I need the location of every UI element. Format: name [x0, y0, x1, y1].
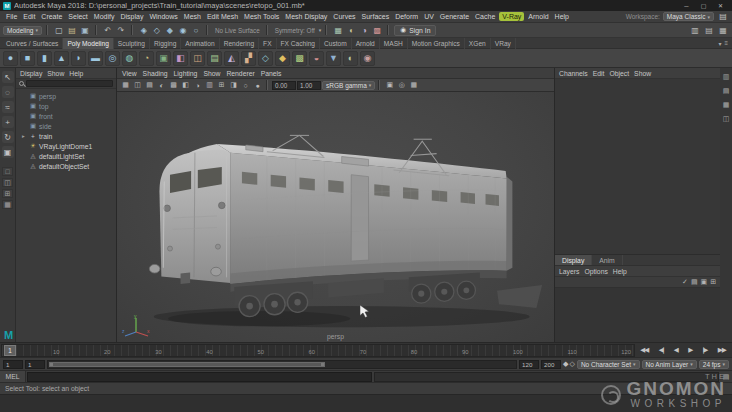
tool-icon[interactable]: ↻	[2, 131, 14, 143]
menu-item[interactable]: V-Ray	[499, 12, 524, 21]
viewport-tool-icon[interactable]: ◐	[156, 80, 167, 91]
outliner-item[interactable]: ☀ VRayLightDome1	[16, 141, 116, 151]
outliner-item[interactable]: ◬ defaultObjectSet	[16, 161, 116, 171]
viewport-tool-icon[interactable]: ◫	[132, 80, 143, 91]
menu-item[interactable]: Curves	[330, 11, 358, 22]
shelf-tool-icon[interactable]: ◐	[343, 51, 358, 66]
gamma-field[interactable]: 1.00	[297, 81, 321, 90]
menu-item[interactable]: Mesh Tools	[241, 11, 282, 22]
viewport-tool-icon[interactable]: ▩	[168, 80, 179, 91]
snap-icon[interactable]: ◇	[151, 24, 163, 36]
viewport-tool-icon[interactable]: ◧	[180, 80, 191, 91]
playback-start-field[interactable]: 1	[25, 360, 45, 369]
exposure-field[interactable]: 0.00	[272, 81, 296, 90]
shelf-tool-icon[interactable]: ◍	[122, 51, 137, 66]
playback-button[interactable]: ▶▶	[718, 346, 726, 354]
shelf-tab[interactable]: MASH	[380, 38, 408, 49]
undo-redo-icon[interactable]: ↷	[115, 24, 127, 36]
character-set-select[interactable]: No Character Set ▾	[577, 360, 640, 369]
menu-item[interactable]: Windows	[146, 11, 180, 22]
shelf-tool-icon[interactable]: ◔	[139, 51, 154, 66]
viewport-tool-icon[interactable]: ◑	[192, 80, 203, 91]
viewport-tool-icon[interactable]: ○	[240, 80, 251, 91]
playback-end-field[interactable]: 120	[519, 360, 539, 369]
menu-set-select[interactable]: Modeling ▾	[3, 26, 42, 35]
train-model[interactable]	[123, 94, 545, 336]
panel-toggle-icon[interactable]: ◫	[723, 115, 730, 123]
menu-item[interactable]: Modify	[91, 11, 118, 22]
shelf-tool-icon[interactable]: ◆	[275, 51, 290, 66]
menu-item[interactable]: Mesh	[181, 11, 204, 22]
file-tool-icon[interactable]: ▣	[79, 24, 91, 36]
outliner-menu-item[interactable]: Display	[20, 70, 42, 77]
shelf-tab[interactable]: Sculpting	[114, 38, 150, 49]
anim-start-field[interactable]: 1	[3, 360, 23, 369]
tool-icon[interactable]: ↖	[2, 71, 14, 83]
tool-icon[interactable]: ◌	[2, 86, 14, 98]
command-input[interactable]	[27, 372, 372, 382]
shelf-tool-icon[interactable]: ◒	[309, 51, 324, 66]
shelf-tab[interactable]: FX Caching	[277, 38, 320, 49]
snap-icon[interactable]: ◆	[164, 24, 176, 36]
render-tool-icon[interactable]: ▩	[371, 24, 383, 36]
file-tool-icon[interactable]: ▤	[66, 24, 78, 36]
shelf-tab[interactable]: FX	[259, 38, 276, 49]
script-editor-icon[interactable]: ▤	[720, 373, 732, 381]
shelf-tool-icon[interactable]: ◇	[258, 51, 273, 66]
sidebar-toggle-icon[interactable]: ▦	[717, 24, 729, 36]
channel-box-menu-item[interactable]: Channels	[559, 70, 588, 77]
shelf-tool-icon[interactable]: ◗	[71, 51, 86, 66]
shelf-tab[interactable]: Motion Graphics	[408, 38, 465, 49]
outliner-item[interactable]: ▣ persp	[16, 91, 116, 101]
playback-button[interactable]: ◀	[674, 346, 678, 354]
outliner-item[interactable]: ▸ + train	[16, 131, 116, 141]
playback-button[interactable]: ◀|	[659, 346, 664, 354]
shelf-tab[interactable]: Arnold	[352, 38, 380, 49]
outliner-item[interactable]: ▣ front	[16, 111, 116, 121]
layer-tab[interactable]: Anim	[592, 255, 623, 265]
menu-item[interactable]: Select	[65, 11, 90, 22]
close-button[interactable]: ✕	[712, 0, 729, 11]
sign-in-button[interactable]: ◉ Sign In	[394, 25, 436, 36]
viewport-tool-icon[interactable]: ▦	[408, 80, 419, 91]
shelf-tab[interactable]: Rigging	[150, 38, 181, 49]
menu-item[interactable]: Edit Mesh	[204, 11, 241, 22]
viewport-tool-icon[interactable]: ▣	[384, 80, 395, 91]
workspace-gear-icon[interactable]: ▤	[717, 11, 729, 23]
snap-icon[interactable]: ◈	[138, 24, 150, 36]
menu-item[interactable]: Help	[552, 11, 572, 22]
undo-redo-icon[interactable]: ↶	[102, 24, 114, 36]
shelf-tool-icon[interactable]: ●	[3, 51, 18, 66]
viewport-menu-item[interactable]: Shading	[143, 70, 168, 77]
menu-item[interactable]: Deform	[392, 11, 421, 22]
shelf-tool-icon[interactable]: ◭	[224, 51, 239, 66]
shelf-tab[interactable]: Animation	[181, 38, 219, 49]
sidebar-toggle-icon[interactable]: ▥	[689, 24, 701, 36]
colorspace-select[interactable]: sRGB gamma ▾	[322, 81, 375, 90]
workspace-select[interactable]: Maya Classic ▾	[663, 12, 714, 21]
layout-button[interactable]: ◫	[2, 178, 13, 187]
layout-button[interactable]: ▦	[2, 200, 13, 209]
outliner-item[interactable]: ▣ top	[16, 101, 116, 111]
panel-toggle-icon[interactable]: ▤	[723, 87, 730, 95]
menu-item[interactable]: Surfaces	[359, 11, 393, 22]
panel-toggle-icon[interactable]: ▦	[723, 101, 730, 109]
viewport-menu-item[interactable]: Panels	[261, 70, 282, 77]
outliner-item[interactable]: ◬ defaultLightSet	[16, 151, 116, 161]
outliner-menu-item[interactable]: Help	[69, 70, 83, 77]
viewport-tool-icon[interactable]: ◎	[396, 80, 407, 91]
layer-menu-item[interactable]: Layers	[559, 268, 579, 275]
shelf-tool-icon[interactable]: ▣	[156, 51, 171, 66]
snap-icon[interactable]: ○	[190, 24, 202, 36]
menu-item[interactable]: Arnold	[525, 11, 551, 22]
render-tool-icon[interactable]: ◐	[345, 24, 357, 36]
viewport-canvas[interactable]: y x z persp	[117, 92, 554, 342]
shelf-tool-icon[interactable]: ▩	[292, 51, 307, 66]
symmetry-label[interactable]: Symmetry: Off	[273, 27, 317, 34]
layer-menu-item[interactable]: Options	[584, 268, 607, 275]
key-icon[interactable]: ◆	[563, 360, 568, 368]
shelf-tool-icon[interactable]: ▤	[207, 51, 222, 66]
shelf-tool-icon[interactable]: ▼	[326, 51, 341, 66]
shelf-tab[interactable]: Curves / Surfaces	[2, 38, 63, 49]
shelf-tool-icon[interactable]: ◎	[105, 51, 120, 66]
